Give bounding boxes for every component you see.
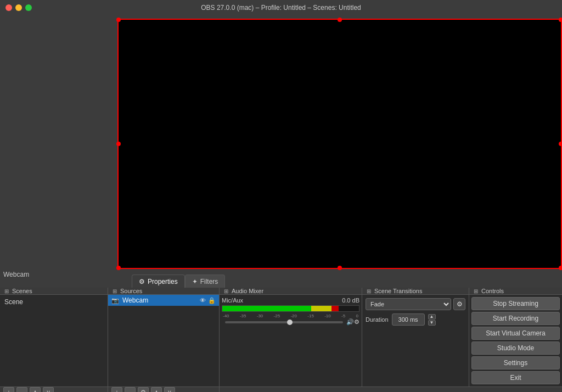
gear-icon: ⚙ bbox=[139, 278, 145, 285]
audio-meter bbox=[222, 305, 359, 312]
audiomixer-toolbar bbox=[220, 387, 562, 392]
audio-meter-bar bbox=[222, 306, 359, 311]
duration-up-button[interactable]: ▲ bbox=[428, 314, 436, 320]
settings-button[interactable]: Settings bbox=[471, 356, 560, 369]
close-button[interactable] bbox=[5, 4, 12, 11]
start-recording-button[interactable]: Start Recording bbox=[471, 312, 560, 325]
controls-icon: ⊞ bbox=[474, 288, 478, 294]
sources-add-button[interactable]: + bbox=[111, 387, 122, 392]
audio-settings-button[interactable]: ⚙ bbox=[354, 318, 359, 326]
controls-panel-header: ⊞ Controls bbox=[469, 288, 562, 294]
handle-middle-left[interactable] bbox=[116, 142, 121, 146]
duration-down-button[interactable]: ▼ bbox=[428, 320, 436, 326]
sources-panel: 📷 Webcam 👁 🔒 bbox=[108, 295, 220, 387]
source-actions: 👁 🔒 bbox=[200, 297, 216, 304]
sources-toolbar: + − ⚙ ∧ ∨ bbox=[108, 387, 220, 392]
handle-middle-right[interactable] bbox=[559, 142, 562, 146]
transitions-icon: ⊞ bbox=[367, 288, 371, 294]
audio-scale: -40 -35 -30 -25 -20 -15 -10 -5 0 bbox=[222, 313, 359, 318]
transitions-panel-header: ⊞ Scene Transitions bbox=[362, 288, 469, 294]
audiomixer-panel-header: ⊞ Audio Mixer bbox=[220, 288, 362, 294]
title-bar: OBS 27.0.0 (mac) – Profile: Untitled – S… bbox=[0, 0, 562, 15]
stop-streaming-button[interactable]: Stop Streaming bbox=[471, 297, 560, 310]
scenes-add-button[interactable]: + bbox=[3, 387, 14, 392]
source-lock-button[interactable]: 🔒 bbox=[208, 297, 216, 304]
preview-canvas bbox=[117, 19, 562, 269]
transitions-type-row: Fade ⚙ bbox=[366, 298, 465, 310]
sources-remove-button[interactable]: − bbox=[125, 387, 136, 392]
source-item-webcam[interactable]: 📷 Webcam 👁 🔒 bbox=[108, 295, 219, 306]
source-eye-button[interactable]: 👁 bbox=[200, 297, 206, 304]
volume-slider[interactable] bbox=[225, 321, 343, 323]
meter-red bbox=[331, 306, 338, 311]
transitions-select[interactable]: Fade bbox=[366, 298, 451, 310]
duration-input[interactable] bbox=[392, 313, 425, 326]
panel-content: Scene 📷 Webcam 👁 🔒 Mic/Aux 0.0 dB bbox=[0, 295, 562, 387]
minimize-button[interactable] bbox=[15, 4, 22, 11]
studio-mode-button[interactable]: Studio Mode bbox=[471, 341, 560, 355]
sources-down-button[interactable]: ∨ bbox=[164, 387, 175, 392]
maximize-button[interactable] bbox=[25, 4, 32, 11]
scenes-down-button[interactable]: ∨ bbox=[43, 387, 54, 392]
volume-thumb bbox=[287, 320, 293, 325]
scenes-panel-header: ⊞ Scenes bbox=[0, 288, 108, 294]
audio-controls-row: 🔊 ⚙ bbox=[222, 318, 359, 326]
meter-green bbox=[222, 306, 311, 311]
handle-top-middle[interactable] bbox=[338, 18, 342, 22]
duration-row: Duration ▲ ▼ bbox=[366, 313, 465, 326]
scenes-remove-button[interactable]: − bbox=[16, 387, 27, 392]
transitions-gear-button[interactable]: ⚙ bbox=[453, 298, 465, 310]
audio-mute-button[interactable]: 🔊 bbox=[346, 318, 354, 326]
filter-icon: ✦ bbox=[192, 278, 198, 285]
scenes-up-button[interactable]: ∧ bbox=[30, 387, 41, 392]
tab-bar: ⚙ Properties ✦ Filters bbox=[0, 272, 562, 288]
handle-bottom-middle[interactable] bbox=[338, 266, 342, 270]
scenes-icon: ⊞ bbox=[4, 288, 9, 294]
meter-yellow bbox=[311, 306, 331, 311]
bottom-panel: ⊞ Scenes ⊞ Sources ⊞ Audio Mixer ⊞ Scene… bbox=[0, 288, 562, 392]
handle-top-right[interactable] bbox=[559, 18, 562, 22]
audiomixer-icon: ⊞ bbox=[224, 288, 228, 294]
audio-channel-mic: Mic/Aux 0.0 dB -40 -35 -30 -25 -20 bbox=[222, 297, 359, 326]
start-virtual-camera-button[interactable]: Start Virtual Camera bbox=[471, 327, 560, 340]
handle-top-left[interactable] bbox=[116, 18, 121, 22]
window-controls bbox=[5, 4, 32, 11]
controls-panel: Stop Streaming Start Recording Start Vir… bbox=[469, 295, 562, 387]
window-title: OBS 27.0.0 (mac) – Profile: Untitled – S… bbox=[201, 4, 361, 12]
selected-source-label: Webcam bbox=[3, 271, 29, 278]
tab-filters[interactable]: ✦ Filters bbox=[185, 275, 226, 288]
sources-icon: ⊞ bbox=[113, 288, 117, 294]
handle-bottom-left[interactable] bbox=[116, 266, 121, 270]
audio-channel-header: Mic/Aux 0.0 dB bbox=[222, 297, 359, 304]
webcam-source-icon: 📷 bbox=[111, 297, 119, 304]
sources-panel-header: ⊞ Sources bbox=[108, 288, 220, 294]
scenes-toolbar: + − ∧ ∨ bbox=[0, 387, 108, 392]
sources-settings-button[interactable]: ⚙ bbox=[138, 387, 149, 392]
scene-item[interactable]: Scene bbox=[0, 296, 108, 308]
scenes-panel: Scene bbox=[0, 295, 108, 387]
sources-up-button[interactable]: ∧ bbox=[151, 387, 162, 392]
exit-button[interactable]: Exit bbox=[471, 371, 560, 384]
duration-arrows: ▲ ▼ bbox=[428, 314, 436, 326]
transitions-panel: Fade ⚙ Duration ▲ ▼ bbox=[362, 295, 469, 387]
panel-headers: ⊞ Scenes ⊞ Sources ⊞ Audio Mixer ⊞ Scene… bbox=[0, 288, 562, 295]
toolbar-row: + − ∧ ∨ + − ⚙ ∧ ∨ bbox=[0, 387, 562, 392]
handle-bottom-right[interactable] bbox=[559, 266, 562, 270]
preview-container bbox=[117, 19, 562, 269]
tab-properties[interactable]: ⚙ Properties bbox=[132, 275, 185, 288]
audiomixer-panel: Mic/Aux 0.0 dB -40 -35 -30 -25 -20 bbox=[220, 295, 362, 387]
